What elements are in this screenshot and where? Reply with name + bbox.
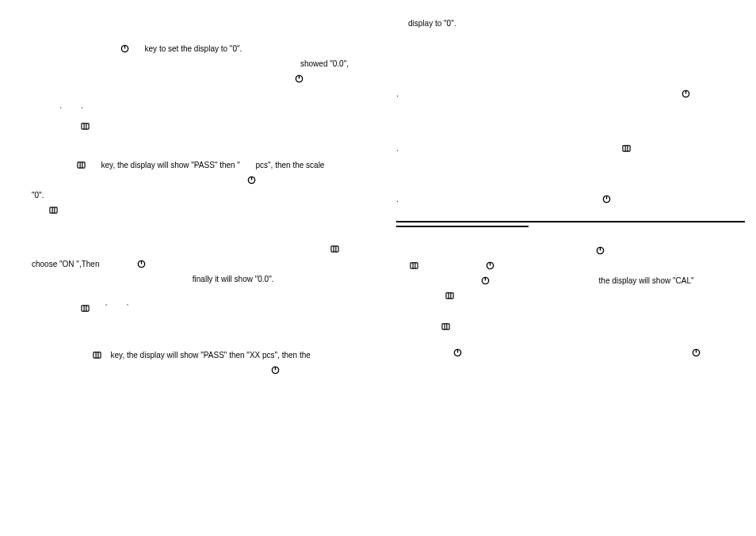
text: key, the display will show "PASS" then "… bbox=[111, 351, 311, 359]
mode-icon bbox=[81, 304, 90, 313]
left-line-1: key to set the display to "0". bbox=[119, 41, 380, 56]
text: finally it will show "0.0". bbox=[193, 275, 274, 283]
power-icon bbox=[295, 74, 304, 83]
text: the display will show "CAL" bbox=[599, 276, 694, 285]
right-line-13 bbox=[408, 258, 745, 273]
left-line-2: showed "0.0", bbox=[32, 56, 380, 71]
power-icon bbox=[682, 89, 690, 98]
svg-rect-20 bbox=[82, 306, 89, 311]
right-line-12 bbox=[594, 243, 745, 258]
left-line-9: "0". bbox=[32, 188, 380, 203]
text: ` bbox=[126, 304, 128, 313]
left-line-18: key, the display will show "PASS" then "… bbox=[91, 348, 380, 363]
mode-icon bbox=[445, 291, 454, 300]
right-line-19 bbox=[452, 345, 745, 360]
power-icon bbox=[486, 261, 494, 270]
mode-icon bbox=[441, 322, 450, 331]
text: pcs", then the scale bbox=[255, 161, 324, 169]
svg-rect-44 bbox=[446, 293, 453, 298]
left-line-8 bbox=[246, 173, 380, 188]
left-line-3 bbox=[293, 71, 380, 86]
svg-rect-30 bbox=[623, 146, 630, 151]
text: . bbox=[396, 89, 399, 98]
mode-icon bbox=[49, 206, 58, 215]
left-line-12 bbox=[329, 241, 380, 257]
svg-rect-47 bbox=[442, 324, 449, 329]
right-line-14: the display will show "CAL" bbox=[479, 273, 745, 288]
svg-rect-7 bbox=[78, 162, 85, 168]
mode-icon bbox=[622, 144, 631, 153]
left-line-13: choose "ON ",Then finally it will show "… bbox=[32, 257, 380, 287]
text: key to set the display to "0". bbox=[145, 44, 242, 53]
svg-rect-12 bbox=[50, 207, 57, 213]
text: ` bbox=[105, 304, 108, 313]
left-line-15: ` ` bbox=[79, 301, 380, 316]
power-icon bbox=[602, 195, 611, 203]
power-icon bbox=[120, 44, 129, 53]
right-column: display to "0". . . . bbox=[396, 0, 745, 376]
text: . bbox=[396, 144, 399, 153]
power-icon bbox=[596, 246, 605, 255]
mode-icon bbox=[410, 261, 418, 270]
text: display to "0". bbox=[408, 19, 456, 28]
svg-rect-23 bbox=[94, 352, 101, 358]
divider-short bbox=[396, 226, 529, 227]
mode-icon bbox=[93, 351, 101, 359]
left-line-7: key, the display will show "PASS" then "… bbox=[75, 158, 380, 173]
divider-long bbox=[396, 221, 745, 222]
power-icon bbox=[481, 276, 490, 285]
left-line-19 bbox=[269, 363, 380, 378]
svg-rect-15 bbox=[331, 246, 338, 252]
left-column: key to set the display to "0". showed "0… bbox=[32, 0, 380, 393]
right-line-17 bbox=[440, 319, 745, 334]
text: ` bbox=[81, 107, 83, 116]
text: . bbox=[396, 195, 399, 203]
left-line-5: ` ` bbox=[59, 104, 380, 134]
power-icon bbox=[247, 176, 256, 184]
mode-icon bbox=[77, 161, 86, 169]
left-line-10 bbox=[48, 203, 380, 218]
text: "0". bbox=[32, 191, 44, 200]
text: showed "0.0", bbox=[300, 59, 349, 68]
right-line-6: . bbox=[396, 141, 745, 156]
svg-rect-4 bbox=[82, 124, 89, 129]
power-icon bbox=[692, 348, 701, 357]
mode-icon bbox=[330, 245, 339, 253]
right-line-8: . bbox=[396, 192, 745, 207]
text: key, the display will show "PASS" then " bbox=[101, 161, 240, 169]
mode-icon bbox=[81, 122, 90, 131]
right-line-0: display to "0". bbox=[408, 16, 745, 31]
right-line-4: . bbox=[396, 86, 745, 101]
text: choose "ON ",Then bbox=[32, 260, 99, 268]
text: ` bbox=[59, 107, 62, 116]
power-icon bbox=[137, 260, 146, 268]
power-icon bbox=[271, 366, 280, 374]
svg-rect-37 bbox=[410, 263, 418, 268]
power-icon bbox=[453, 348, 462, 357]
right-line-15 bbox=[444, 288, 745, 303]
